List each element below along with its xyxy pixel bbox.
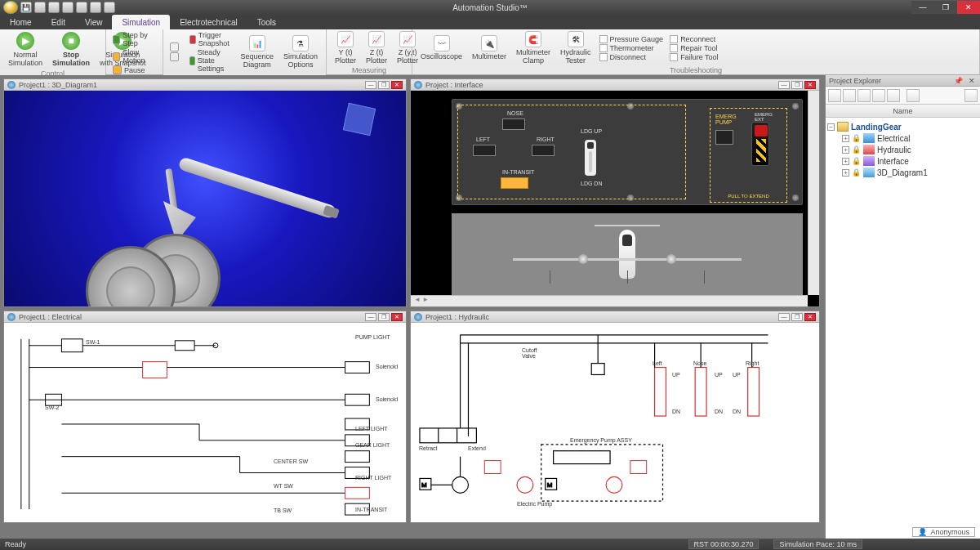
window-maximize-button[interactable]: ❐ (934, 1, 957, 14)
disconnect-button[interactable]: Disconnect (598, 53, 666, 61)
panel-close-button[interactable]: ✕ (391, 313, 403, 321)
status-ready: Ready (5, 540, 26, 548)
panel-icon (7, 81, 16, 89)
view-cube-icon[interactable] (343, 103, 376, 136)
repair-tool-button[interactable]: Repair Tool (668, 44, 719, 52)
hydraulic-schematic[interactable]: M M (411, 323, 819, 522)
tab-home[interactable]: Home (0, 15, 42, 29)
svg-rect-51 (748, 368, 760, 417)
pause-button[interactable]: Pause (111, 65, 158, 74)
scrollbar-vertical[interactable] (808, 91, 819, 295)
user-badge[interactable]: Anonymous (912, 527, 975, 537)
explorer-toolbar (826, 87, 980, 105)
panel-max-button[interactable]: ❐ (378, 313, 390, 321)
svg-point-38 (452, 476, 469, 493)
explorer-tool-5[interactable] (887, 89, 900, 102)
3d-viewport[interactable] (4, 91, 406, 306)
app-title: Automation Studio™ (0, 3, 980, 12)
cockpit-panel: NOSE LEFT RIGHT IN-TRANSIT LDG UP LDG DN (452, 99, 803, 205)
panel-close-button[interactable]: ✕ (804, 81, 816, 89)
window-minimize-button[interactable]: — (911, 1, 934, 14)
svg-rect-9 (143, 362, 167, 378)
app-orb[interactable] (3, 1, 18, 14)
landing-gear-switch[interactable] (585, 140, 596, 176)
svg-rect-27 (345, 487, 370, 499)
panel-3d-diagram: Project1 : 3D_Diagram1 —❐✕ (3, 78, 407, 307)
panel-close-button[interactable]: ✕ (391, 81, 403, 89)
tree-item-hydraulic[interactable]: +🔒Hydraulic (827, 144, 978, 155)
panel-interface-title: Project : Interface (425, 81, 483, 89)
tab-simulation[interactable]: Simulation (112, 15, 170, 29)
svg-rect-11 (345, 362, 370, 373)
qat-redo-icon[interactable]: ↷ (48, 2, 60, 13)
multimeter-clamp-button[interactable]: 🧲Multimeter Clamp (513, 31, 554, 65)
tab-view[interactable]: View (75, 15, 113, 29)
explorer-pin-icon[interactable]: 📌 ✕ (954, 77, 977, 85)
panel-max-button[interactable]: ❐ (378, 81, 390, 89)
zt-plotter-button[interactable]: 📈Z (t) Plotter (363, 31, 390, 65)
panel-min-button[interactable]: — (365, 81, 376, 89)
electrical-schematic[interactable]: SW-1 PUMP LIGHT Solenoid Solenoid LEFT L… (4, 323, 406, 522)
panel-interface: Project : Interface —❐✕ NOSE LEFT RIGHT (410, 78, 820, 307)
svg-point-39 (517, 476, 533, 493)
trigger-snapshot-button[interactable]: Trigger Snapshot (188, 31, 234, 47)
qat-undo-icon[interactable]: ↶ (34, 2, 46, 13)
svg-rect-3 (61, 339, 82, 352)
qat-btn-4[interactable] (62, 2, 74, 13)
panel-hydraulic: Project1 : Hydraulic —❐✕ M (410, 311, 820, 523)
snapshot-tool-1[interactable] (168, 42, 185, 51)
explorer-tool-4[interactable] (872, 89, 885, 102)
steady-state-button[interactable]: Steady State Settings (188, 48, 234, 73)
emergency-extend-handle[interactable] (751, 122, 769, 166)
tab-electrotechnical[interactable]: Electrotechnical (170, 15, 247, 29)
explorer-title: Project Explorer (829, 77, 881, 85)
qat-btn-5[interactable] (76, 2, 87, 13)
qat-save-icon[interactable]: 💾 (20, 2, 32, 13)
explorer-tool-6[interactable] (906, 89, 920, 102)
sequence-diagram-button[interactable]: 📊Sequence Diagram (237, 35, 277, 69)
tree-item-3d-diagram[interactable]: +🔒3D_Diagram1 (827, 167, 978, 178)
hydraulic-tester-button[interactable]: 🛠Hydraulic Tester (557, 31, 595, 65)
explorer-tool-3[interactable] (858, 89, 871, 102)
explorer-column-header[interactable]: Name (826, 105, 980, 118)
multimeter-button[interactable]: 🔌Multimeter (469, 35, 510, 60)
panel-3d-title: Project1 : 3D_Diagram1 (19, 81, 97, 89)
panel-max-button[interactable]: ❐ (791, 313, 803, 321)
thermometer-button[interactable]: Thermometer (598, 44, 666, 52)
reconnect-button[interactable]: Reconnect (668, 35, 719, 43)
pressure-gauge-button[interactable]: Pressure Gauge (598, 35, 666, 43)
scrollbar-horizontal[interactable] (411, 295, 808, 306)
tree-root[interactable]: − LandingGear (827, 121, 978, 132)
panel-min-button[interactable]: — (778, 81, 790, 89)
svg-rect-44 (541, 445, 663, 501)
oscilloscope-button[interactable]: 〰Oscilloscope (417, 35, 466, 60)
window-close-button[interactable]: ✕ (957, 1, 980, 14)
explorer-tool-7[interactable] (964, 89, 978, 102)
explorer-tool-2[interactable] (843, 89, 856, 102)
qat-btn-6[interactable] (90, 2, 101, 13)
failure-tool-button[interactable]: Failure Tool (668, 53, 719, 61)
tab-edit[interactable]: Edit (42, 15, 75, 29)
svg-text:M: M (421, 481, 427, 489)
tab-tools[interactable]: Tools (247, 15, 286, 29)
normal-simulation-button[interactable]: ▶Normal Simulation (5, 31, 46, 68)
landing-gear-3d-model (78, 156, 306, 306)
quick-access-toolbar: 💾 ↶ ↷ (0, 1, 118, 14)
panel-max-button[interactable]: ❐ (791, 81, 803, 89)
svg-rect-15 (345, 394, 370, 405)
slow-motion-button[interactable]: Slow Motion (111, 48, 158, 65)
interface-viewport[interactable]: NOSE LEFT RIGHT IN-TRANSIT LDG UP LDG DN (411, 91, 819, 306)
step-by-step-button[interactable]: Step by Step (111, 31, 158, 47)
qat-btn-7[interactable] (104, 2, 115, 13)
stop-simulation-button[interactable]: ■Stop Simulation (49, 31, 93, 68)
simulation-options-button[interactable]: ⚗Simulation Options (280, 35, 321, 69)
panel-min-button[interactable]: — (778, 313, 790, 321)
explorer-tool-1[interactable] (828, 89, 841, 102)
panel-min-button[interactable]: — (365, 313, 376, 321)
tree-item-interface[interactable]: +🔒Interface (827, 155, 978, 167)
snapshot-tool-2[interactable] (168, 52, 185, 61)
tree-item-electrical[interactable]: +🔒Electrical (827, 132, 978, 144)
project-tree: − LandingGear +🔒Electrical +🔒Hydraulic +… (826, 118, 980, 539)
yt-plotter-button[interactable]: 📈Y (t) Plotter (332, 31, 359, 65)
panel-close-button[interactable]: ✕ (804, 313, 816, 321)
